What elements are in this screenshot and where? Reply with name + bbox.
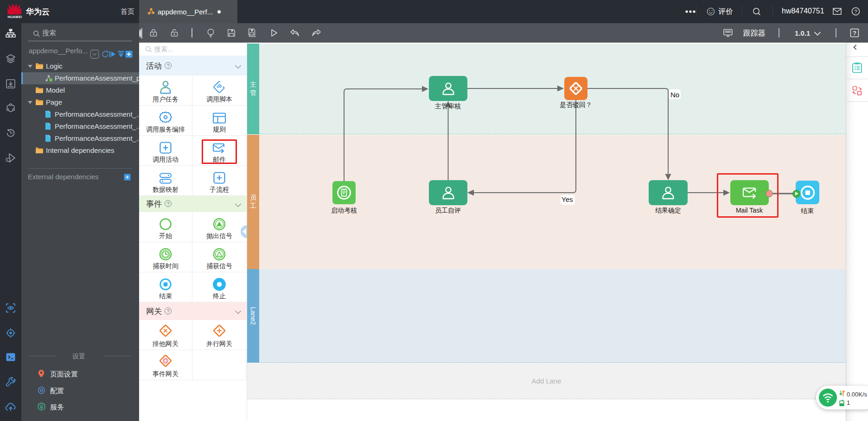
svg-text:Yes: Yes <box>562 195 573 203</box>
svg-text:No: No <box>670 91 679 99</box>
svg-text:?: ? <box>854 9 857 14</box>
svg-text:?: ? <box>853 30 856 37</box>
